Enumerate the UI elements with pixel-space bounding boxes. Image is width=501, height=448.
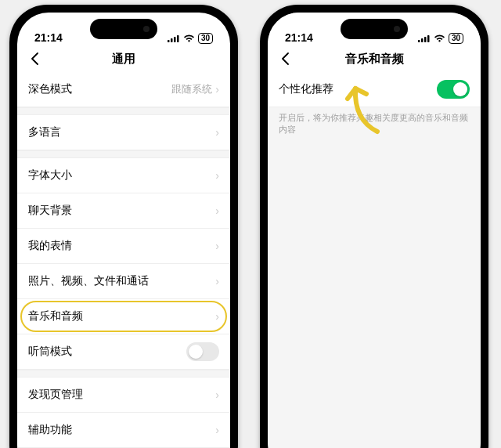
separator: [17, 107, 230, 115]
status-time: 21:14: [34, 31, 63, 44]
row-label: 字体大小: [28, 168, 72, 182]
setting-description: 开启后，将为你推荐兴趣相关度更高的音乐和音频内容: [268, 107, 481, 136]
row-label: 辅助功能: [28, 423, 72, 437]
chevron-right-icon: ›: [215, 83, 219, 96]
row-照片、视频、文件和通话[interactable]: 照片、视频、文件和通话›: [17, 264, 230, 299]
row-right: ›: [215, 126, 219, 139]
svg-rect-0: [168, 40, 170, 42]
settings-list[interactable]: 个性化推荐: [268, 72, 481, 107]
row-个性化推荐[interactable]: 个性化推荐: [268, 72, 481, 107]
row-right: [186, 342, 219, 361]
row-多语言[interactable]: 多语言›: [17, 115, 230, 150]
chevron-left-icon: [281, 52, 289, 65]
separator: [17, 370, 230, 378]
chevron-right-icon: ›: [215, 169, 219, 182]
row-label: 个性化推荐: [279, 82, 333, 96]
toggle[interactable]: [186, 342, 219, 361]
chevron-left-icon: [31, 52, 38, 65]
row-right: 跟随系统›: [171, 82, 219, 96]
signal-icon: [418, 34, 431, 42]
dynamic-island: [90, 19, 157, 39]
row-right: ›: [215, 240, 219, 252]
page-title: 音乐和音频: [345, 52, 404, 67]
battery-icon: 30: [449, 33, 463, 44]
settings-list[interactable]: 深色模式跟随系统›多语言›字体大小›聊天背景›我的表情›照片、视频、文件和通话›…: [17, 72, 230, 448]
row-right: ›: [215, 204, 219, 217]
chevron-right-icon: ›: [215, 424, 219, 436]
row-right: [437, 80, 470, 99]
row-我的表情[interactable]: 我的表情›: [17, 229, 230, 264]
status-time: 21:14: [285, 31, 313, 44]
svg-rect-2: [174, 37, 176, 42]
row-听筒模式[interactable]: 听筒模式: [17, 334, 230, 370]
row-label: 多语言: [28, 125, 61, 139]
chevron-right-icon: ›: [215, 126, 219, 139]
row-label: 听筒模式: [28, 345, 72, 359]
row-label: 聊天背景: [28, 204, 72, 218]
row-right: ›: [215, 424, 219, 436]
chevron-right-icon: ›: [215, 310, 219, 323]
signal-icon: [168, 34, 180, 42]
page-title: 通用: [112, 52, 135, 67]
row-聊天背景[interactable]: 聊天背景›: [17, 193, 230, 229]
row-right: ›: [215, 310, 219, 323]
screen-right: 21:14 30 音乐和音频 个性化推荐 开启后，将为你推荐兴趣相关度更高的音乐…: [268, 13, 481, 448]
svg-rect-1: [171, 38, 173, 42]
back-button[interactable]: [25, 49, 44, 68]
row-label: 发现页管理: [28, 388, 83, 402]
wifi-icon: [434, 34, 445, 43]
row-字体大小[interactable]: 字体大小›: [17, 158, 230, 193]
row-label: 照片、视频、文件和通话: [28, 274, 149, 288]
row-深色模式[interactable]: 深色模式跟随系统›: [17, 72, 230, 107]
nav-bar: 音乐和音频: [268, 45, 481, 72]
svg-rect-4: [418, 40, 420, 42]
row-right: ›: [215, 388, 219, 401]
svg-rect-3: [177, 35, 179, 42]
row-辅助功能[interactable]: 辅助功能›: [17, 413, 230, 448]
row-label: 音乐和音频: [28, 309, 83, 323]
separator: [17, 150, 230, 158]
chevron-right-icon: ›: [215, 240, 219, 252]
status-icons: 30: [418, 33, 463, 44]
battery-icon: 30: [198, 33, 213, 44]
phone-right: 21:14 30 音乐和音频 个性化推荐 开启后，将为你推荐兴趣相关度更高的音乐…: [260, 5, 488, 448]
row-right: ›: [215, 275, 219, 287]
svg-rect-6: [424, 37, 427, 42]
chevron-right-icon: ›: [215, 388, 219, 401]
chevron-right-icon: ›: [215, 275, 219, 287]
chevron-right-icon: ›: [215, 204, 219, 217]
row-发现页管理[interactable]: 发现页管理›: [17, 378, 230, 413]
svg-rect-5: [421, 38, 424, 42]
row-label: 我的表情: [28, 239, 72, 253]
wifi-icon: [183, 34, 195, 43]
row-value: 跟随系统: [171, 82, 212, 96]
svg-rect-7: [427, 35, 430, 42]
screen-left: 21:14 30 通用 深色模式跟随系统›多语言›字体大小›聊天背景›我的表情›…: [17, 13, 230, 448]
back-button[interactable]: [276, 49, 294, 68]
toggle[interactable]: [437, 80, 470, 99]
row-label: 深色模式: [28, 82, 72, 96]
dynamic-island: [341, 19, 408, 39]
status-icons: 30: [168, 33, 213, 44]
row-音乐和音频[interactable]: 音乐和音频›: [17, 299, 230, 334]
phone-left: 21:14 30 通用 深色模式跟随系统›多语言›字体大小›聊天背景›我的表情›…: [9, 5, 238, 448]
nav-bar: 通用: [17, 45, 230, 72]
row-right: ›: [215, 169, 219, 182]
